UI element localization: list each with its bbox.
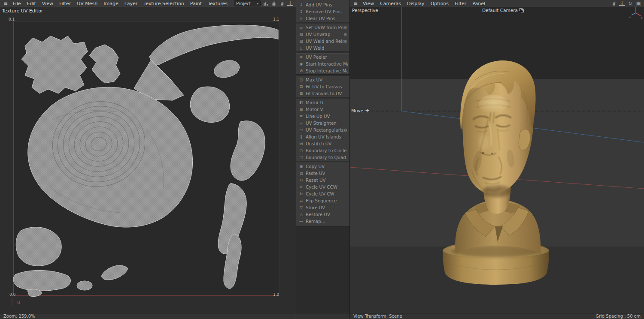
vp-menu-options[interactable]: Options — [428, 0, 452, 7]
uv-command-uv-unwrap[interactable]: ▨UV Unwrap⚙ — [296, 31, 349, 38]
uv-menu-filter[interactable]: Filter — [56, 0, 74, 7]
panel-frame-icon[interactable]: ▣ — [635, 0, 641, 7]
uv-command-paste-uv[interactable]: ▤Paste UV — [296, 170, 349, 177]
gear-icon[interactable]: ⚙ — [343, 32, 348, 37]
vp-menu-filter[interactable]: Filter — [452, 0, 469, 7]
align-islands-icon: ∥ — [298, 135, 304, 139]
hand-icon[interactable] — [611, 0, 617, 7]
gear-icon[interactable]: ⚙ — [343, 128, 348, 132]
u-axis-label: U — [17, 300, 20, 305]
uv-command-set-uvw-from-projection[interactable]: ▱Set UVW from Projection⚙ — [296, 24, 349, 31]
uv-command-max-uv[interactable]: ◻Max UV — [296, 76, 349, 83]
lock-icon[interactable] — [271, 0, 277, 7]
gear-icon[interactable]: ⚙ — [343, 25, 348, 30]
uv-command-mirror-v[interactable]: ⊟Mirror V — [296, 106, 349, 113]
hamburger-icon[interactable]: ≡ — [1, 0, 10, 6]
uv-command-uv-weld-and-relax[interactable]: ▧UV Weld and Relax⚙ — [296, 38, 349, 45]
command-label: Start Interactive Mapping — [306, 61, 348, 66]
chart-icon[interactable] — [263, 0, 269, 7]
gear-icon[interactable]: ⚙ — [343, 39, 348, 44]
pin-clear-icon: × — [298, 16, 304, 21]
uv-menu-uv-mesh[interactable]: UV Mesh — [74, 0, 100, 7]
uv-editor-title: Texture UV Editor — [2, 8, 43, 14]
command-label: Remap... — [306, 219, 348, 224]
start-mapping-icon: ◉ — [298, 62, 304, 66]
viewport-menu-items: ViewCamerasDisplayOptionsFilterPanel — [360, 0, 488, 7]
command-label: Unstitch UV — [306, 141, 348, 146]
uv-command-copy-uv[interactable]: ▣Copy UV — [296, 163, 349, 170]
uv-command-boundary-to-quad[interactable]: ▢Boundary to Quad — [296, 154, 349, 161]
vp-menu-view[interactable]: View — [360, 0, 377, 7]
uv-commands-panel: ↧Add UV Pins↥Remove UV Pins×Clear UV Pin… — [296, 0, 349, 227]
move-tool-label: Move + — [351, 108, 369, 113]
camera-selector[interactable]: Default Camera — [482, 8, 524, 13]
uv-menu-image[interactable]: Image — [100, 0, 121, 7]
uv-command-clear-uv-pins[interactable]: ×Clear UV Pins — [296, 15, 349, 22]
vp-menu-cameras[interactable]: Cameras — [377, 0, 404, 7]
uv-command-start-interactive-mapping[interactable]: ◉Start Interactive Mapping — [296, 60, 349, 67]
uv-menu-layer[interactable]: Layer — [122, 0, 141, 7]
uv-command-mirror-u[interactable]: ◧Mirror U — [296, 99, 349, 106]
restore-icon: △ — [298, 212, 304, 217]
uv-menu-textures[interactable]: Textures — [205, 0, 231, 7]
vp-menu-panel[interactable]: Panel — [469, 0, 488, 7]
uv-command-uv-straighten[interactable]: ≣UV Straighten — [296, 120, 349, 126]
axis-x-label: X — [641, 17, 643, 20]
command-label: Max UV — [306, 77, 348, 82]
uv-menu-texture-selection[interactable]: Texture Selection — [140, 0, 187, 7]
hand-icon[interactable] — [279, 0, 285, 7]
rectangularize-icon: ▭ — [298, 128, 304, 132]
hamburger-icon[interactable]: ≡ — [351, 0, 360, 6]
uv-command-stop-interactive-mapping[interactable]: ⊘Stop Interactive Mapping — [296, 67, 349, 74]
grid-spacing-status: Grid Spacing : 50 cm — [595, 314, 641, 319]
command-label: Restore UV — [306, 212, 348, 217]
uv-menu-view[interactable]: View — [39, 0, 56, 7]
arrow-down-icon[interactable]: ↓ — [287, 1, 293, 6]
uv-command-cycle-uv-ccw[interactable]: ↺Cycle UV CCW — [296, 184, 349, 190]
uv-command-boundary-to-circle[interactable]: ○Boundary to Circle — [296, 147, 349, 154]
uv-command-cycle-uv-cw[interactable]: ↻Cycle UV CW — [296, 190, 349, 197]
uv-island[interactable] — [13, 270, 70, 291]
uv-command-fit-uv-to-canvas[interactable]: ⊡Fit UV to Canvas — [296, 83, 349, 90]
command-label: Copy UV — [306, 164, 348, 169]
uv-command-uv-peeler[interactable]: ≋UV Peeler — [296, 54, 349, 60]
uv-menu-file[interactable]: File — [10, 0, 24, 7]
command-label: Align UV Islands — [306, 134, 348, 139]
vp-menu-display[interactable]: Display — [404, 0, 428, 7]
command-label: Mirror U — [306, 100, 348, 105]
uv-command-line-up-uv[interactable]: ≡Line Up UV — [296, 113, 349, 120]
weld-relax-icon: ▧ — [298, 39, 304, 43]
uv-command-restore-uv[interactable]: △Restore UV — [296, 211, 349, 218]
command-label: UV Unwrap — [306, 32, 343, 37]
uv-island[interactable] — [16, 227, 61, 266]
viewport-statusbar: View Transform: Scene Grid Spacing : 50 … — [350, 313, 644, 319]
remap-icon: ⊶ — [298, 219, 304, 223]
project-select[interactable]: Project ▾ — [234, 0, 261, 6]
command-label: Store UV — [306, 205, 348, 210]
uv-canvas[interactable] — [0, 0, 296, 319]
uv-command-uv-weld[interactable]: ▯UV Weld — [296, 45, 349, 51]
uv-island[interactable] — [77, 281, 92, 290]
arrow-down-icon[interactable]: ↓ — [619, 1, 625, 6]
uv-command-flip-sequence[interactable]: ⇄Flip Sequence — [296, 197, 349, 204]
command-label: Cycle UV CW — [306, 191, 348, 196]
uv-command-remove-uv-pins[interactable]: ↥Remove UV Pins — [296, 8, 349, 15]
boundary-quad-icon: ▢ — [298, 155, 304, 160]
viewport-canvas[interactable] — [350, 0, 644, 319]
uv-command-add-uv-pins[interactable]: ↧Add UV Pins — [296, 1, 349, 8]
uv-command-remap[interactable]: ⊶Remap... — [296, 218, 349, 225]
uv-command-reset-uv[interactable]: ⊙Reset UV — [296, 177, 349, 184]
uv-command-uv-rectangularize[interactable]: ▭UV Rectangularize⚙ — [296, 126, 349, 133]
command-label: UV Straighten — [306, 120, 348, 126]
zoom-status: Zoom: 259.0% — [3, 314, 35, 319]
uv-statusbar: Zoom: 259.0% — [0, 313, 296, 319]
uv-command-align-uv-islands[interactable]: ∥Align UV Islands — [296, 133, 349, 140]
uv-command-store-uv[interactable]: ▽Store UV — [296, 204, 349, 211]
uv-command-fit-canvas-to-uv[interactable]: ⊞Fit Canvas to UV — [296, 90, 349, 97]
uv-command-unstitch-uv[interactable]: ⋈Unstitch UV — [296, 140, 349, 147]
bodypaint-uv-edit-layout: ≡ FileEditViewFilterUV MeshImageLayerTex… — [0, 0, 644, 319]
uv-menu-edit[interactable]: Edit — [24, 0, 39, 7]
projection-icon: ▱ — [298, 25, 304, 30]
uv-menu-paint[interactable]: Paint — [187, 0, 205, 7]
reload-icon[interactable]: ↻ — [627, 0, 633, 7]
